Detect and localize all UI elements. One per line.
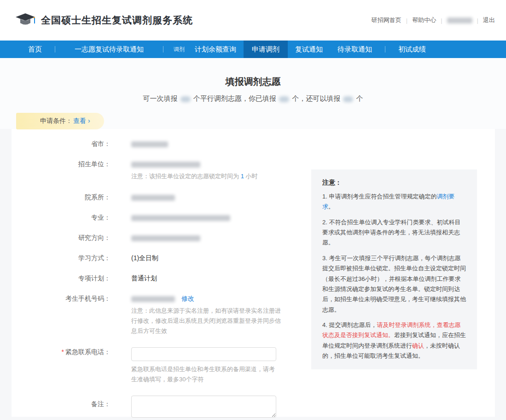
header-separator: | [406,17,407,24]
header-separator: | [477,17,478,24]
department-value-redacted [131,195,175,201]
department-label: 院系所： [12,192,111,202]
form-area: 省市： 招生单位： 注意：该招生单位设定的志愿锁定时间为 1 小时 院系所： 专… [12,129,306,420]
graduation-cap-icon [15,12,36,29]
redacted-number [279,96,289,102]
study-mode-label: 学习方式： [12,253,111,262]
text-segment: 1. 申请调剂考生应符合招生管理规定确定的 [322,193,436,200]
app-title: 全国硕士生招生复试调剂服务系统 [41,14,193,27]
lock-time-note: 注意：该招生单位设定的志愿锁定时间为 1 小时 [131,171,297,181]
major-value-redacted [131,215,230,221]
emergency-phone-input[interactable] [131,347,276,361]
notice-paragraph: 1. 申请调剂考生应符合招生管理规定确定的调剂要求。 [322,192,466,212]
recruiting-unit-value-redacted [131,162,200,168]
row-study-mode: 学习方式： (1)全日制 [12,253,306,262]
row-emergency-phone: *紧急联系电话： 紧急联系电话是招生单位和考生联系的备用渠道，请考生准确填写，最… [12,347,306,385]
row-remark: 备注： 请按招生单位要求填写，最多50个字符 [12,396,306,420]
special-plan-label: 专项计划： [12,274,111,283]
required-asterisk: * [62,348,64,356]
text-segment: 。 [328,203,334,210]
condition-label: 申请条件： [40,117,72,125]
page-subtitle: 可一次填报 个平行调剂志愿，你已填报 个，还可以填报 个 [0,94,506,103]
text-segment: 可一次填报 [143,94,179,102]
logout-link[interactable]: 退出 [483,16,495,24]
nav-exam-score[interactable]: 初试成绩 [391,41,433,58]
notice-title: 注意： [322,179,466,187]
text-segment: 4. 提交调剂志愿后， [322,321,377,328]
nav-divider [385,46,385,52]
text-segment: 2. 不符合招生单位调入专业学科门类要求、初试科目要求或其他调剂申请条件的考生，… [322,219,460,246]
header-links: 研招网首页 | 帮助中心 | | 退出 [372,16,495,24]
row-special-plan: 专项计划： 普通计划 [12,274,306,283]
row-major: 专业： [12,213,306,222]
modify-phone-link[interactable]: 修改 [181,295,194,302]
text-segment: 个平行调剂志愿，你已填报 [192,94,278,102]
row-province: 省市： [12,139,306,148]
redacted-number [343,96,353,102]
logo: 全国硕士生招生复试调剂服务系统 [15,12,193,29]
research-direction-value-redacted [131,235,200,241]
text-segment: 个 [354,94,363,102]
nav-apply-tiaoji[interactable]: 申请调剂 [244,41,288,58]
redacted-number [180,96,191,102]
page-title: 填报调剂志愿 [0,58,506,88]
content-area: 填报调剂志愿 可一次填报 个平行调剂志愿，你已填报 个，还可以填报 个 申请条件… [0,58,506,420]
text-segment: 小时 [244,173,258,180]
research-direction-label: 研究方向： [12,233,111,242]
row-candidate-phone: 考生手机号码： 修改 注意：此信息来源于实名注册，如有误请登录实名注册进行修改，… [12,294,306,336]
province-label: 省市： [12,139,111,148]
notice-paragraph: 3. 考生可一次填报三个平行调剂志愿，每个调剂志愿提交后即被招生单位锁定。招生单… [322,253,466,315]
nav-plan-balance-query[interactable]: 计划余额查询 [187,41,244,58]
header: 全国硕士生招生复试调剂服务系统 研招网首页 | 帮助中心 | | 退出 [0,0,506,41]
row-department: 院系所： [12,192,306,202]
notice-panel: 注意： 1. 申请调剂考生应符合招生管理规定确定的调剂要求。2. 不符合招生单位… [311,169,477,369]
nav-tiaoji-group-label: 调剂 [174,41,185,58]
recruiting-unit-label: 招生单位： [12,159,111,181]
nav-divider [163,46,163,52]
special-plan-value: 普通计划 [131,274,306,283]
row-recruiting-unit: 招生单位： 注意：该招生单位设定的志愿锁定时间为 1 小时 [12,159,306,181]
candidate-phone-label: 考生手机号码： [12,294,111,336]
apply-condition-badge: 申请条件： 查看 › [16,113,104,129]
nav-retest-notice[interactable]: 复试通知 [288,41,330,58]
emergency-phone-hint: 紧急联系电话是招生单位和考生联系的备用渠道，请考生准确填写，最多30个字符 [131,364,279,385]
text-segment: 1 [241,173,244,180]
link-yanzhao-home[interactable]: 研招网首页 [372,16,401,24]
link-help-center[interactable]: 帮助中心 [412,16,436,24]
text-segment: 注意：该招生单位设定的志愿锁定时间为 [131,173,241,180]
main-nav: 首页 一志愿复试待录取通知 调剂 计划余额查询 申请调剂 复试通知 待录取通知 … [0,41,506,58]
notice-paragraph: 2. 不符合招生单位调入专业学科门类要求、初试科目要求或其他调剂申请条件的考生，… [322,217,466,248]
condition-view-link[interactable]: 查看 › [73,117,90,125]
emergency-phone-label: *紧急联系电话： [12,347,111,385]
nav-home[interactable]: 首页 [21,41,49,58]
major-label: 专业： [12,213,111,222]
remark-label: 备注： [12,396,111,420]
text-segment: 个，还可以填报 [290,94,342,102]
text-segment: 3. 考生可一次填报三个平行调剂志愿，每个调剂志愿提交后即被招生单位锁定。招生单… [322,255,466,313]
nav-admission-notice[interactable]: 待录取通知 [330,41,379,58]
remark-textarea[interactable] [131,396,276,418]
phone-source-note: 注意：此信息来源于实名注册，如有误请登录实名注册进行修改，修改后退出系统且关闭浏… [131,306,283,336]
form-card: 省市： 招生单位： 注意：该招生单位设定的志愿锁定时间为 1 小时 院系所： 专… [12,129,495,417]
text-segment: 确认 [412,342,424,349]
candidate-phone-value-redacted [131,296,175,302]
nav-divider [55,46,55,52]
study-mode-value: (1)全日制 [131,253,306,262]
emergency-phone-label-text: 紧急联系电话： [65,348,111,356]
notice-paragraph: 4. 提交调剂志愿后，请及时登录调剂系统，查看志愿状态及是否接到复试通知。若接到… [322,320,466,361]
username-redacted [447,18,472,23]
province-value-redacted [131,141,168,147]
row-research-direction: 研究方向： [12,233,306,242]
nav-first-choice-notice[interactable]: 一志愿复试待录取通知 [67,41,151,58]
notice-paragraphs: 1. 申请调剂考生应符合招生管理规定确定的调剂要求。2. 不符合招生单位调入专业… [322,192,466,361]
header-separator: | [441,17,442,24]
